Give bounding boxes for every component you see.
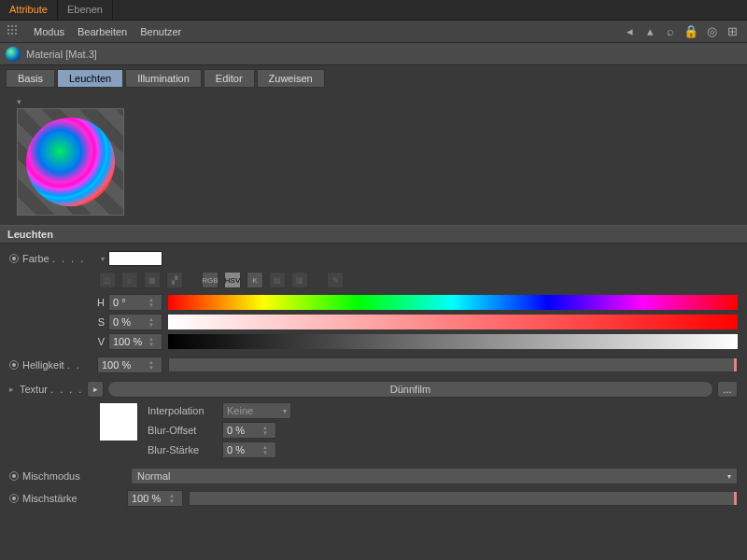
tab-ebenen[interactable]: Ebenen <box>58 0 113 20</box>
interpolation-label: Interpolation <box>148 405 222 416</box>
new-icon[interactable]: ⊞ <box>725 24 740 39</box>
blur-offset-label: Blur-Offset <box>148 425 222 436</box>
hue-slider[interactable] <box>168 295 738 310</box>
material-icon <box>6 47 21 62</box>
sat-slider[interactable] <box>168 315 738 329</box>
picker-swatch-icon[interactable]: ▞ <box>166 272 183 288</box>
mischstaerke-slider[interactable] <box>189 491 738 506</box>
val-slider[interactable] <box>168 334 738 349</box>
farbe-radio[interactable] <box>9 254 19 263</box>
search-icon[interactable]: ⌕ <box>663 24 678 39</box>
material-title: Material [Mat.3] <box>26 49 97 60</box>
helligkeit-field[interactable]: 100 %▲▼ <box>97 357 162 373</box>
tab-illumination[interactable]: Illumination <box>125 69 202 88</box>
mixer-icon[interactable]: ▤ <box>269 272 286 288</box>
mischmodus-radio[interactable] <box>9 471 19 481</box>
s-label: S <box>92 316 105 328</box>
mischmodus-dropdown[interactable]: Normal▾ <box>131 468 738 484</box>
target-icon[interactable]: ◎ <box>704 24 719 39</box>
v-label: V <box>92 336 105 347</box>
blur-staerke-label: Blur-Stärke <box>148 444 222 455</box>
tab-leuchten[interactable]: Leuchten <box>57 69 123 88</box>
blur-offset-field[interactable]: 0 %▲▼ <box>222 422 276 439</box>
h-down-icon: ▼ <box>148 302 158 308</box>
tab-zuweisen[interactable]: Zuweisen <box>257 69 325 88</box>
tab-editor[interactable]: Editor <box>204 69 255 88</box>
helligkeit-slider[interactable] <box>168 357 738 372</box>
menu-bearbeiten[interactable]: Bearbeiten <box>78 26 127 37</box>
picker-spectrum-icon[interactable]: ☼ <box>121 272 138 288</box>
farbe-label: Farbe . . . . <box>22 253 97 264</box>
h-field[interactable]: 0 °▲▼ <box>108 294 162 311</box>
textur-arrow-button[interactable]: ▸ <box>87 381 104 398</box>
picker-image-icon[interactable]: ▦ <box>144 272 161 288</box>
mode-rgb[interactable]: RGB <box>202 272 218 288</box>
mischstaerke-field[interactable]: 100 %▲▼ <box>127 490 183 507</box>
preview-sphere <box>26 118 115 206</box>
mode-hsv[interactable]: HSV <box>224 272 241 288</box>
helligkeit-radio[interactable] <box>9 360 19 370</box>
textur-browse-button[interactable]: ... <box>717 381 738 398</box>
textur-label: Textur . . . . <box>20 384 87 395</box>
mischmodus-label: Mischmodus <box>22 470 127 482</box>
farbe-menu-icon[interactable]: ▾ <box>101 255 105 263</box>
menu-benutzer[interactable]: Benutzer <box>140 26 181 37</box>
picker-wheel-icon[interactable]: ◫ <box>99 272 116 288</box>
tab-basis[interactable]: Basis <box>6 69 55 88</box>
interpolation-dropdown[interactable]: Keine▾ <box>222 402 291 419</box>
nav-back-icon[interactable]: ◂ <box>622 24 637 39</box>
channel-tabs: Basis Leuchten Illumination Editor Zuwei… <box>0 65 747 91</box>
swatches-icon[interactable]: ▥ <box>291 272 308 288</box>
panel-tabs: Attribute Ebenen <box>0 0 747 21</box>
blur-staerke-field[interactable]: 0 %▲▼ <box>222 441 276 458</box>
h-label: H <box>92 297 105 308</box>
nav-up-icon[interactable]: ▴ <box>642 24 657 39</box>
mischstaerke-radio[interactable] <box>9 494 19 503</box>
textur-field[interactable]: Dünnfilm <box>107 381 713 398</box>
textur-collapse-icon[interactable]: ▸ <box>9 385 14 394</box>
helligkeit-label: Helligkeit . . <box>22 359 97 371</box>
material-header: Material [Mat.3] <box>0 43 747 65</box>
color-swatch[interactable] <box>108 251 162 266</box>
textur-thumbnail[interactable] <box>99 402 138 441</box>
mode-k[interactable]: K <box>247 272 263 288</box>
v-field[interactable]: 100 %▲▼ <box>108 333 162 350</box>
preview-collapse-icon[interactable]: ▾ <box>17 97 730 106</box>
menu-modus[interactable]: Modus <box>34 26 64 37</box>
menubar: Modus Bearbeiten Benutzer ◂ ▴ ⌕ 🔒 ◎ ⊞ <box>0 21 747 43</box>
lock-icon[interactable]: 🔒 <box>684 24 698 39</box>
grip-icon[interactable] <box>7 25 21 38</box>
material-preview[interactable] <box>17 108 124 216</box>
tab-attribute[interactable]: Attribute <box>0 0 58 20</box>
eyedropper-icon[interactable]: ✎ <box>327 272 344 288</box>
section-header: Leuchten <box>0 225 747 244</box>
s-field[interactable]: 0 %▲▼ <box>108 314 162 330</box>
mischstaerke-label: Mischstärke <box>22 493 127 504</box>
